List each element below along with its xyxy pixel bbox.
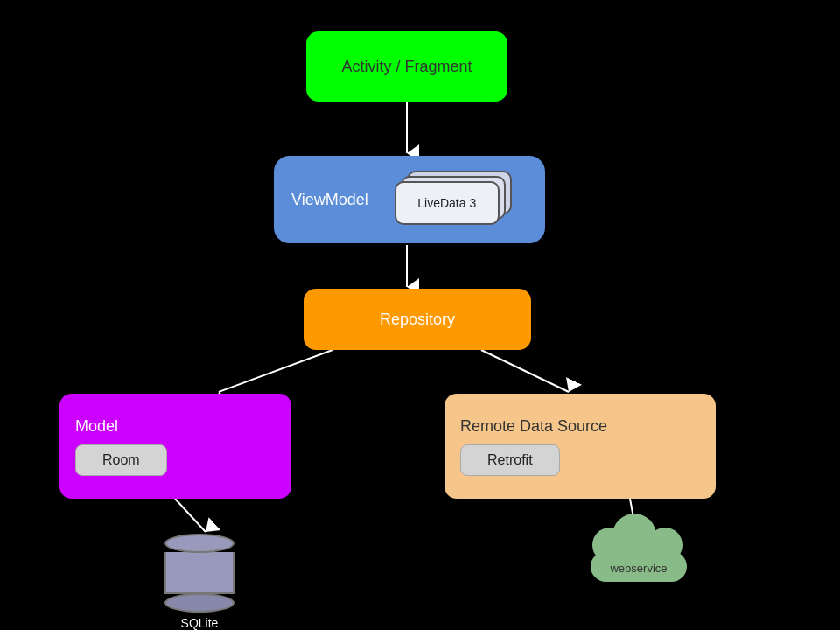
remote-data-source-box: Remote Data Source Retrofit	[444, 394, 716, 499]
viewmodel-box: ViewModel LiveData 3	[274, 156, 545, 243]
svg-line-6	[175, 499, 206, 532]
room-box: Room	[75, 444, 167, 476]
repository-label: Repository	[380, 311, 455, 329]
webservice-cloud: webservice	[582, 529, 696, 582]
model-label: Model	[75, 417, 118, 436]
sqlite-cylinder: SQLite	[164, 534, 234, 630]
livedata-label: LiveData 3	[417, 196, 476, 210]
webservice-label: webservice	[582, 562, 696, 575]
cylinder-top	[164, 534, 234, 553]
architecture-diagram: Activity / Fragment ViewModel LiveData 3…	[0, 0, 840, 630]
livedata-stack: LiveData 3	[395, 171, 508, 228]
retrofit-label: Retrofit	[487, 452, 533, 467]
model-box: Model Room	[60, 394, 291, 499]
repository-box: Repository	[304, 289, 531, 350]
svg-line-4	[219, 350, 332, 392]
livedata-card-front: LiveData 3	[395, 181, 500, 225]
activity-fragment-label: Activity / Fragment	[341, 58, 472, 76]
viewmodel-label: ViewModel	[291, 191, 368, 209]
retrofit-box: Retrofit	[460, 444, 560, 476]
remote-label: Remote Data Source	[460, 417, 607, 436]
activity-fragment-box: Activity / Fragment	[306, 32, 508, 102]
cloud-puff-3	[648, 528, 682, 563]
cylinder-body	[164, 552, 234, 594]
cylinder-bottom	[164, 593, 234, 612]
cloud-shape: webservice	[582, 529, 696, 582]
sqlite-label: SQLite	[181, 616, 219, 630]
svg-line-5	[481, 350, 569, 392]
room-label: Room	[102, 452, 140, 467]
